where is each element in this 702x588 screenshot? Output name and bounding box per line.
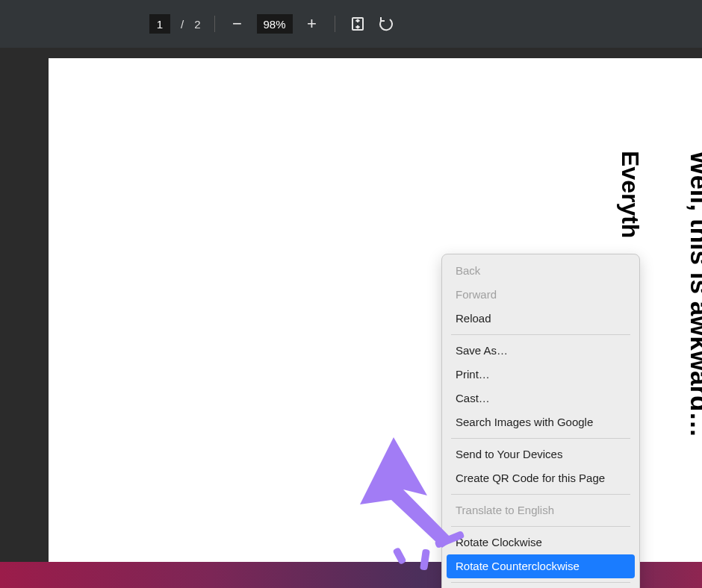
menu-search-images[interactable]: Search Images with Google xyxy=(442,410,639,434)
fit-page-button[interactable] xyxy=(349,15,367,33)
menu-translate: Translate to English xyxy=(442,498,639,522)
current-page-input[interactable] xyxy=(149,14,170,34)
menu-separator xyxy=(451,438,630,439)
context-menu: Back Forward Reload Save As… Print… Cast… xyxy=(441,254,640,588)
menu-rotate-clockwise[interactable]: Rotate Clockwise xyxy=(442,531,639,554)
menu-reload[interactable]: Reload xyxy=(442,307,639,331)
document-text-line-1: Well, this is awkward… xyxy=(685,151,702,437)
rotate-button[interactable] xyxy=(377,15,395,33)
menu-back: Back xyxy=(442,259,639,283)
menu-separator xyxy=(451,334,630,335)
menu-save-as[interactable]: Save As… xyxy=(442,339,639,363)
menu-send-devices[interactable]: Send to Your Devices xyxy=(442,442,639,466)
page-separator: / xyxy=(181,18,184,31)
divider xyxy=(214,16,215,32)
zoom-out-button[interactable]: − xyxy=(229,15,246,33)
menu-separator xyxy=(451,526,630,527)
menu-print[interactable]: Print… xyxy=(442,363,639,387)
fit-page-icon xyxy=(350,16,365,31)
menu-create-qr[interactable]: Create QR Code for this Page xyxy=(442,466,639,490)
menu-separator xyxy=(451,494,630,495)
menu-forward: Forward xyxy=(442,283,639,307)
menu-rotate-counterclockwise[interactable]: Rotate Counterclockwise xyxy=(447,554,635,578)
menu-cast[interactable]: Cast… xyxy=(442,387,639,410)
pdf-toolbar: / 2 − + xyxy=(0,0,702,48)
total-pages: 2 xyxy=(194,18,200,31)
zoom-in-button[interactable]: + xyxy=(303,15,321,33)
rotate-icon xyxy=(378,16,394,31)
zoom-level-input[interactable] xyxy=(257,14,293,34)
divider xyxy=(335,16,335,32)
menu-separator xyxy=(451,582,630,583)
document-text-line-2: Everyth xyxy=(616,151,644,238)
